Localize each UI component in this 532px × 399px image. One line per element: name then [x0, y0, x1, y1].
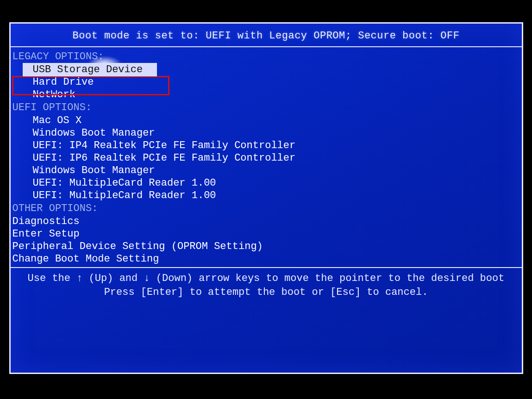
arrow-up-icon: ↑: [76, 272, 82, 286]
boot-item-uefi-multiplecard-reader-2[interactable]: UEFI: MultipleCard Reader 1.00: [11, 189, 522, 202]
other-item-peripheral-device-setting[interactable]: Peripheral Device Setting (OPROM Setting…: [11, 240, 522, 253]
boot-mode-status: Boot mode is set to: UEFI with Legacy OP…: [11, 24, 522, 46]
boot-item-windows-boot-manager-1[interactable]: Windows Boot Manager: [11, 127, 522, 139]
bios-boot-menu: Boot mode is set to: UEFI with Legacy OP…: [9, 22, 523, 374]
footer-text: (Up) and: [82, 273, 144, 284]
boot-item-mac-os-x[interactable]: Mac OS X: [11, 114, 522, 127]
arrow-down-icon: ↓: [144, 272, 150, 286]
boot-options-body: LEGACY OPTIONS: USB Storage Device Hard …: [11, 47, 522, 267]
boot-item-uefi-ip4-realtek[interactable]: UEFI: IP4 Realtek PCIe FE Family Control…: [11, 139, 522, 152]
boot-item-hard-drive[interactable]: Hard Drive: [11, 76, 522, 88]
other-item-change-boot-mode[interactable]: Change Boot Mode Setting: [11, 253, 522, 265]
uefi-options-label: UEFI OPTIONS:: [11, 101, 522, 114]
footer-text: (Down) arrow keys to move the pointer to…: [150, 273, 505, 284]
boot-item-uefi-multiplecard-reader-1[interactable]: UEFI: MultipleCard Reader 1.00: [11, 177, 522, 189]
footer-hint: Use the ↑ (Up) and ↓ (Down) arrow keys t…: [11, 268, 522, 305]
legacy-options-label: LEGACY OPTIONS:: [11, 50, 522, 63]
boot-item-windows-boot-manager-2[interactable]: Windows Boot Manager: [11, 164, 522, 177]
footer-line-1: Use the ↑ (Up) and ↓ (Down) arrow keys t…: [15, 272, 517, 286]
boot-item-usb-storage[interactable]: USB Storage Device: [11, 63, 522, 76]
boot-item-network[interactable]: NetWork: [11, 88, 522, 101]
footer-line-2: Press [Enter] to attempt the boot or [Es…: [15, 286, 517, 299]
other-item-enter-setup[interactable]: Enter Setup: [11, 228, 522, 240]
footer-text: Use the: [28, 273, 77, 284]
boot-item-uefi-ip6-realtek[interactable]: UEFI: IP6 Realtek PCIe FE Family Control…: [11, 152, 522, 164]
other-options-label: OTHER OPTIONS:: [11, 202, 522, 215]
other-item-diagnostics[interactable]: Diagnostics: [11, 215, 522, 228]
